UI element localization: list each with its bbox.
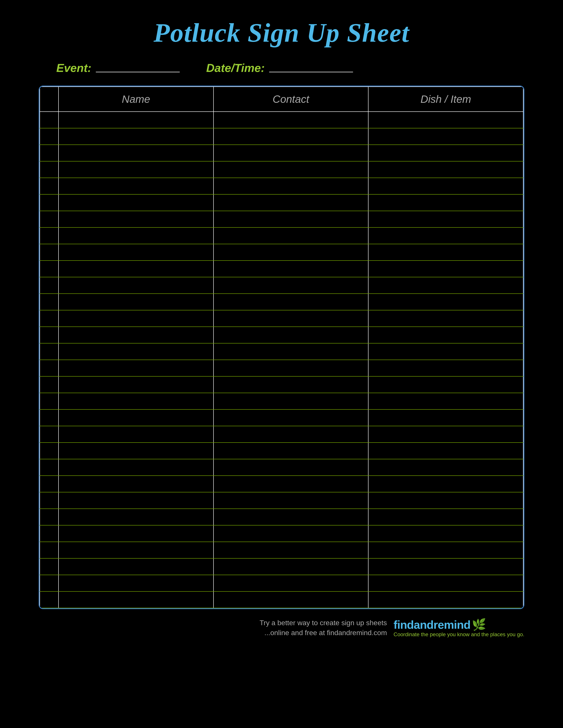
row-dish-cell bbox=[368, 145, 523, 161]
row-contact-cell bbox=[213, 112, 369, 128]
row-name-cell bbox=[58, 128, 213, 145]
row-contact-cell bbox=[213, 443, 369, 459]
row-num-cell bbox=[40, 145, 58, 161]
row-num-cell bbox=[40, 227, 58, 244]
row-num-cell bbox=[40, 294, 58, 310]
row-name-cell bbox=[58, 591, 213, 608]
row-name-cell bbox=[58, 542, 213, 558]
page-title: Potluck Sign Up Sheet bbox=[154, 18, 410, 48]
row-name-cell bbox=[58, 443, 213, 459]
table-row bbox=[40, 244, 523, 261]
datetime-label: Date/Time: bbox=[206, 61, 265, 75]
row-contact-cell bbox=[213, 244, 369, 261]
row-num-cell bbox=[40, 194, 58, 211]
table-row bbox=[40, 261, 523, 277]
row-dish-cell bbox=[368, 509, 523, 525]
row-contact-cell bbox=[213, 327, 369, 343]
row-contact-cell bbox=[213, 227, 369, 244]
row-name-cell bbox=[58, 310, 213, 327]
row-dish-cell bbox=[368, 393, 523, 409]
row-num-cell bbox=[40, 327, 58, 343]
row-dish-cell bbox=[368, 360, 523, 376]
row-contact-cell bbox=[213, 277, 369, 294]
col-num bbox=[40, 87, 58, 112]
event-label: Event: bbox=[56, 61, 91, 75]
table-row bbox=[40, 227, 523, 244]
row-name-cell bbox=[58, 261, 213, 277]
row-num-cell bbox=[40, 161, 58, 178]
row-dish-cell bbox=[368, 112, 523, 128]
table-row bbox=[40, 161, 523, 178]
row-contact-cell bbox=[213, 492, 369, 509]
table-row bbox=[40, 343, 523, 360]
row-num-cell bbox=[40, 492, 58, 509]
row-name-cell bbox=[58, 492, 213, 509]
row-num-cell bbox=[40, 310, 58, 327]
row-contact-cell bbox=[213, 558, 369, 575]
table-row bbox=[40, 459, 523, 476]
row-contact-cell bbox=[213, 542, 369, 558]
row-name-cell bbox=[58, 294, 213, 310]
row-num-cell bbox=[40, 525, 58, 542]
table-row bbox=[40, 310, 523, 327]
table-row bbox=[40, 294, 523, 310]
row-name-cell bbox=[58, 277, 213, 294]
table-row bbox=[40, 591, 523, 608]
row-contact-cell bbox=[213, 194, 369, 211]
row-name-cell bbox=[58, 409, 213, 426]
row-contact-cell bbox=[213, 376, 369, 393]
row-name-cell bbox=[58, 525, 213, 542]
row-num-cell bbox=[40, 261, 58, 277]
row-dish-cell bbox=[368, 178, 523, 194]
row-num-cell bbox=[40, 244, 58, 261]
row-contact-cell bbox=[213, 591, 369, 608]
row-num-cell bbox=[40, 443, 58, 459]
row-dish-cell bbox=[368, 459, 523, 476]
row-name-cell bbox=[58, 227, 213, 244]
row-dish-cell bbox=[368, 492, 523, 509]
row-dish-cell bbox=[368, 310, 523, 327]
row-name-cell bbox=[58, 145, 213, 161]
table-row bbox=[40, 128, 523, 145]
row-name-cell bbox=[58, 112, 213, 128]
row-name-cell bbox=[58, 376, 213, 393]
row-dish-cell bbox=[368, 211, 523, 227]
row-num-cell bbox=[40, 112, 58, 128]
row-dish-cell bbox=[368, 327, 523, 343]
row-name-cell bbox=[58, 426, 213, 443]
row-dish-cell bbox=[368, 525, 523, 542]
table-row bbox=[40, 476, 523, 492]
table-row bbox=[40, 112, 523, 128]
table-row bbox=[40, 558, 523, 575]
row-dish-cell bbox=[368, 261, 523, 277]
row-name-cell bbox=[58, 194, 213, 211]
row-dish-cell bbox=[368, 194, 523, 211]
row-num-cell bbox=[40, 409, 58, 426]
row-contact-cell bbox=[213, 409, 369, 426]
event-row: Event: Date/Time: bbox=[39, 61, 524, 75]
row-dish-cell bbox=[368, 575, 523, 591]
row-contact-cell bbox=[213, 294, 369, 310]
row-num-cell bbox=[40, 426, 58, 443]
row-num-cell bbox=[40, 509, 58, 525]
footer-promo: Try a better way to create sign up sheet… bbox=[259, 618, 387, 638]
row-num-cell bbox=[40, 343, 58, 360]
row-dish-cell bbox=[368, 409, 523, 426]
event-field: Event: bbox=[56, 61, 180, 75]
row-contact-cell bbox=[213, 178, 369, 194]
row-dish-cell bbox=[368, 591, 523, 608]
row-dish-cell bbox=[368, 443, 523, 459]
row-contact-cell bbox=[213, 310, 369, 327]
table-row bbox=[40, 509, 523, 525]
row-name-cell bbox=[58, 161, 213, 178]
row-num-cell bbox=[40, 591, 58, 608]
table-row bbox=[40, 277, 523, 294]
row-contact-cell bbox=[213, 476, 369, 492]
row-contact-cell bbox=[213, 509, 369, 525]
row-num-cell bbox=[40, 277, 58, 294]
row-dish-cell bbox=[368, 376, 523, 393]
row-dish-cell bbox=[368, 161, 523, 178]
row-name-cell bbox=[58, 343, 213, 360]
table-row bbox=[40, 360, 523, 376]
table-row bbox=[40, 145, 523, 161]
